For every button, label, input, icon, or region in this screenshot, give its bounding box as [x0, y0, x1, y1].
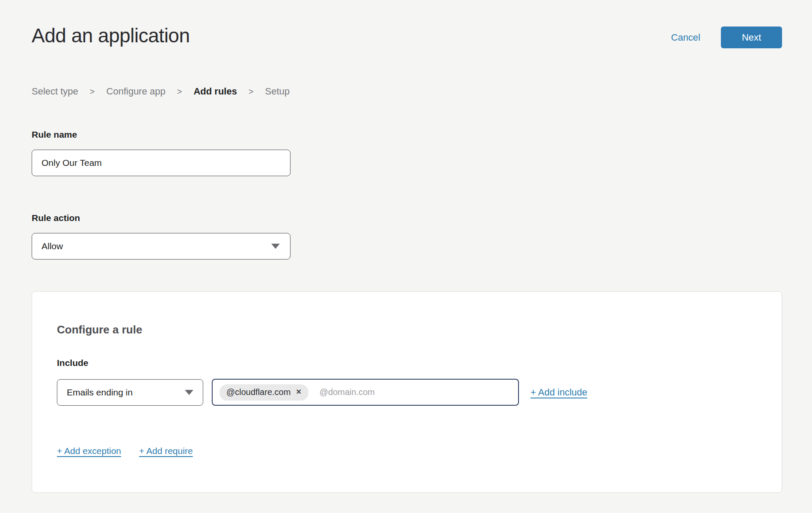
include-rule-row: Emails ending in @cloudflare.com ✕ @doma… — [57, 379, 757, 406]
breadcrumb-separator: > — [249, 87, 254, 97]
page-title: Add an application — [32, 24, 190, 47]
email-domain-placeholder: @domain.com — [320, 387, 375, 397]
rule-action-field: Rule action Allow — [32, 213, 782, 259]
remove-chip-icon[interactable]: ✕ — [296, 389, 301, 395]
add-exception-link[interactable]: + Add exception — [57, 446, 121, 456]
include-criteria-select[interactable]: Emails ending in — [57, 379, 203, 406]
rule-name-label: Rule name — [32, 130, 77, 139]
next-button[interactable]: Next — [721, 27, 782, 48]
chevron-down-icon — [185, 390, 193, 395]
email-domains-input[interactable]: @cloudflare.com ✕ @domain.com — [212, 379, 519, 406]
rule-name-input[interactable] — [32, 150, 290, 176]
breadcrumb-separator: > — [177, 87, 182, 97]
breadcrumb-separator: > — [90, 87, 95, 97]
add-include-link[interactable]: + Add include — [530, 387, 587, 398]
wizard-breadcrumb: Select type > Configure app > Add rules … — [32, 86, 782, 97]
add-require-link[interactable]: + Add require — [139, 446, 193, 456]
chevron-down-icon — [271, 244, 280, 249]
rule-name-field: Rule name — [32, 130, 782, 176]
breadcrumb-step-select-type[interactable]: Select type — [32, 86, 78, 97]
add-application-page: Add an application Cancel Next Select ty… — [0, 0, 812, 493]
include-label: Include — [57, 358, 757, 368]
email-domain-chip: @cloudflare.com ✕ — [219, 384, 308, 401]
breadcrumb-step-add-rules[interactable]: Add rules — [193, 86, 237, 97]
configure-rule-title: Configure a rule — [57, 323, 757, 336]
cancel-button[interactable]: Cancel — [671, 32, 700, 43]
email-domain-chip-label: @cloudflare.com — [226, 387, 290, 397]
rule-action-label: Rule action — [32, 213, 80, 223]
header-actions: Cancel Next — [671, 27, 782, 48]
include-criteria-selected-value: Emails ending in — [67, 387, 133, 398]
rule-action-select[interactable]: Allow — [32, 233, 290, 259]
breadcrumb-step-setup[interactable]: Setup — [265, 86, 290, 97]
page-header: Add an application Cancel Next — [32, 24, 782, 48]
configure-rule-card: Configure a rule Include Emails ending i… — [32, 291, 782, 493]
rule-action-selected-value: Allow — [41, 241, 63, 251]
breadcrumb-step-configure-app[interactable]: Configure app — [107, 86, 166, 97]
rule-extra-links: + Add exception + Add require — [57, 446, 757, 456]
